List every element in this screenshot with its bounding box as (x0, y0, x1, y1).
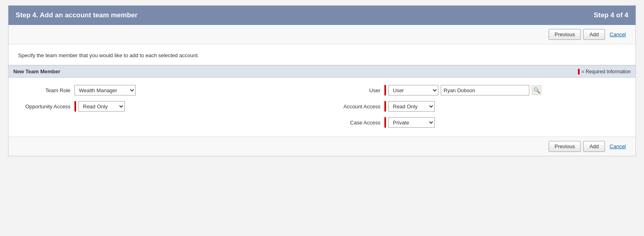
account-required-indicator (384, 101, 386, 112)
user-required-indicator (384, 85, 386, 95)
team-role-row: Team Role Wealth Manager Account Manager… (18, 85, 316, 95)
top-add-button[interactable]: Add (583, 29, 605, 40)
team-role-select[interactable]: Wealth Manager Account Manager Sales Rep (74, 85, 136, 95)
user-name-input[interactable] (441, 85, 529, 95)
user-type-select[interactable]: User Partner User Portal User (388, 85, 438, 95)
page-wrapper: Step 4. Add an account team member Step … (8, 5, 636, 156)
step-indicator: Step 4 of 4 (594, 11, 628, 19)
search-icon: 🔍 (533, 87, 540, 93)
required-label: = Required Information (582, 69, 631, 75)
top-toolbar: Previous Add Cancel (8, 25, 636, 44)
team-role-control: Wealth Manager Account Manager Sales Rep (74, 85, 136, 95)
user-search-button[interactable]: 🔍 (532, 85, 541, 95)
opportunity-required-indicator (74, 101, 76, 112)
account-access-select[interactable]: Read Only Read/Write Private (388, 101, 435, 112)
description-text: Specify the team member that you would l… (18, 52, 199, 58)
bottom-previous-button[interactable]: Previous (549, 141, 581, 152)
required-bar-icon (578, 69, 580, 75)
empty-left (18, 117, 316, 128)
case-access-label: Case Access (328, 120, 380, 126)
required-info: = Required Information (578, 69, 631, 75)
opportunity-access-control: Read Only Read/Write Private (74, 101, 125, 112)
top-previous-button[interactable]: Previous (549, 29, 581, 40)
page-title: Step 4. Add an account team member (16, 11, 138, 19)
case-access-control: Private Read Only Read/Write (384, 117, 435, 128)
section-header: New Team Member = Required Information (8, 65, 636, 78)
description-section: Specify the team member that you would l… (8, 44, 636, 65)
case-required-indicator (384, 117, 386, 128)
account-access-control: Read Only Read/Write Private (384, 101, 435, 112)
form-section: Team Role Wealth Manager Account Manager… (8, 78, 636, 137)
user-row: User User Partner User Portal User 🔍 (328, 85, 626, 95)
opportunity-access-label: Opportunity Access (18, 104, 70, 110)
bottom-toolbar: Previous Add Cancel (8, 137, 636, 156)
team-role-label: Team Role (18, 87, 70, 93)
account-access-label: Account Access (328, 104, 380, 110)
user-control: User Partner User Portal User 🔍 (384, 85, 541, 95)
account-access-row: Account Access Read Only Read/Write Priv… (328, 101, 626, 112)
opportunity-access-row: Opportunity Access Read Only Read/Write … (18, 101, 316, 112)
form-grid: Team Role Wealth Manager Account Manager… (18, 85, 626, 128)
top-cancel-button[interactable]: Cancel (607, 29, 628, 39)
case-access-row: Case Access Private Read Only Read/Write (328, 117, 626, 128)
bottom-add-button[interactable]: Add (583, 141, 605, 152)
opportunity-access-select[interactable]: Read Only Read/Write Private (78, 101, 125, 112)
user-label: User (328, 87, 380, 93)
case-access-select[interactable]: Private Read Only Read/Write (388, 117, 435, 128)
page-header: Step 4. Add an account team member Step … (8, 6, 636, 25)
section-title: New Team Member (13, 68, 60, 75)
bottom-cancel-button[interactable]: Cancel (607, 141, 628, 151)
